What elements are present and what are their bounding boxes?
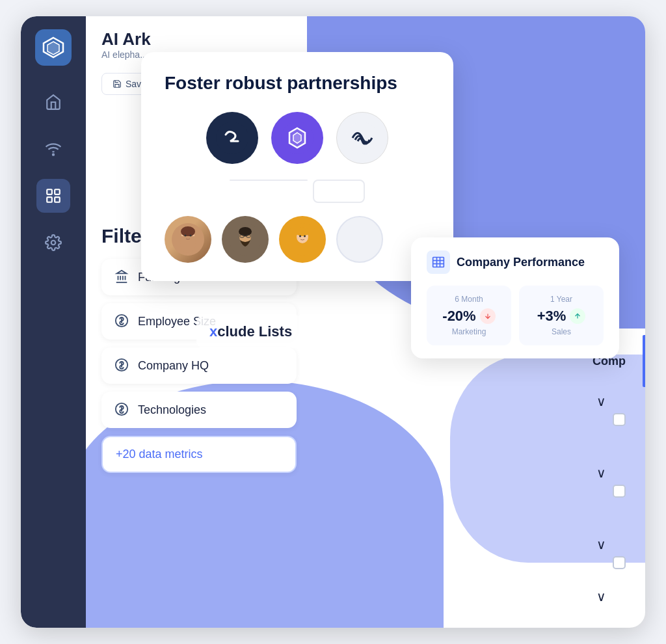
svg-marker-13 <box>117 271 127 274</box>
partnerships-card: Foster robust partnerships <box>141 52 453 281</box>
perf-title: Company Performance <box>457 256 585 269</box>
value-6month: -20% <box>442 308 475 325</box>
circle-dollar-icon-2 <box>114 358 130 373</box>
partner-logo-2 <box>271 112 323 164</box>
avatar-2 <box>222 216 269 263</box>
svg-marker-23 <box>293 133 301 143</box>
logo-row <box>165 112 430 164</box>
connector-area <box>165 180 430 203</box>
row-checkbox-1[interactable] <box>613 413 626 426</box>
row-chevron-1[interactable]: ∨ <box>596 394 606 409</box>
svg-point-28 <box>185 235 187 237</box>
checkbox-col-2[interactable] <box>613 485 626 498</box>
partner-logo-3 <box>336 112 388 164</box>
value-row-1year: +3% <box>529 308 593 325</box>
arrow-down-icon <box>480 308 496 324</box>
checkbox-col-1[interactable] <box>613 413 626 426</box>
svg-point-7 <box>51 241 56 245</box>
exclude-label: clude Lists <box>217 323 292 340</box>
row-chevron-4[interactable]: ∨ <box>596 589 606 604</box>
row-checkbox-2[interactable] <box>613 485 626 498</box>
app-title: AI Ark <box>101 29 151 49</box>
row-chevron-3[interactable]: ∨ <box>596 537 606 552</box>
perf-metrics: 6 Month -20% Marketing 1 Year +3% <box>427 286 604 345</box>
svg-rect-41 <box>433 258 444 267</box>
sidebar-nav <box>36 85 70 615</box>
circle-dollar-icon-1 <box>114 314 130 329</box>
app-container: AI Ark AI elepha... Save Filters <box>21 16 645 628</box>
svg-rect-6 <box>55 197 60 202</box>
metric-1year: 1 Year +3% Sales <box>519 286 604 345</box>
svg-point-27 <box>181 226 195 237</box>
filter-more-label: +20 data metrics <box>116 448 203 461</box>
svg-rect-5 <box>47 197 52 202</box>
perf-header: Company Performance <box>427 250 604 274</box>
period-6month: 6 Month <box>437 295 501 304</box>
sidebar-item-wifi[interactable] <box>36 132 70 166</box>
bank-icon <box>114 269 130 285</box>
row-checkbox-3[interactable] <box>613 556 626 569</box>
performance-card: Company Performance 6 Month -20% Marketi… <box>411 237 619 358</box>
table-accent-line <box>643 335 645 387</box>
arrow-up-icon <box>570 308 585 324</box>
filter-technologies-label: Technologies <box>138 403 206 417</box>
svg-rect-3 <box>47 189 52 195</box>
avatar-row <box>165 216 430 263</box>
svg-point-2 <box>53 154 54 155</box>
app-logo[interactable] <box>35 29 72 66</box>
svg-point-20 <box>216 122 248 154</box>
partnerships-title: Foster robust partnerships <box>165 73 430 94</box>
building-icon <box>427 250 450 274</box>
row-chevron-2[interactable]: ∨ <box>596 465 606 481</box>
svg-marker-1 <box>47 42 59 55</box>
svg-point-29 <box>190 235 192 237</box>
sidebar <box>21 16 86 628</box>
circle-dollar-icon-3 <box>114 402 130 418</box>
partner-logo-1 <box>206 112 258 164</box>
filter-technologies[interactable]: Technologies <box>101 392 297 428</box>
avatar-placeholder <box>336 216 383 263</box>
value-1year: +3% <box>537 308 566 325</box>
app-name-text: AI Ark AI elepha... <box>101 29 151 60</box>
value-row-6month: -20% <box>437 308 501 325</box>
period-1year: 1 Year <box>529 295 593 304</box>
filter-company-hq[interactable]: Company HQ <box>101 347 297 384</box>
checkbox-col-3[interactable] <box>613 556 626 569</box>
sidebar-item-profile[interactable] <box>36 179 70 213</box>
filter-more-metrics[interactable]: +20 data metrics <box>101 436 297 473</box>
svg-rect-4 <box>55 189 60 195</box>
svg-point-39 <box>299 235 301 237</box>
sidebar-item-home[interactable] <box>36 85 70 119</box>
metric-6month: 6 Month -20% Marketing <box>427 286 511 345</box>
filter-company-hq-label: Company HQ <box>138 359 209 373</box>
svg-point-40 <box>304 235 306 237</box>
avatar-1 <box>165 216 211 263</box>
avatar-3 <box>279 216 326 263</box>
exclude-prefix: x <box>209 323 217 340</box>
dept-1year: Sales <box>529 327 593 336</box>
dept-6month: Marketing <box>437 327 501 336</box>
sidebar-item-settings[interactable] <box>36 226 70 260</box>
